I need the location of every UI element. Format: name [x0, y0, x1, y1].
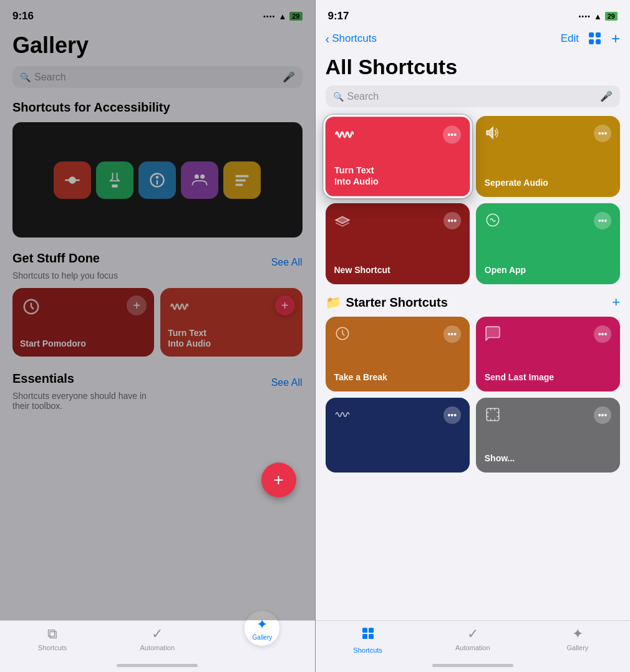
sc3-top: ••• — [334, 406, 461, 426]
banner-icon-3 — [138, 161, 176, 199]
rc2-more-button[interactable]: ••• — [594, 125, 611, 142]
rc4-more-button[interactable]: ••• — [594, 212, 611, 229]
gallery-nav-icon: ✦ — [256, 617, 268, 633]
back-button[interactable]: ‹ Shortcuts — [326, 32, 377, 46]
right-wifi-icon: ▲ — [594, 12, 602, 21]
grid-dot-3 — [589, 39, 594, 44]
sc1-clock-icon — [334, 325, 351, 345]
left-wifi-icon: ▲ — [278, 12, 286, 21]
rc4-title: Open App — [485, 264, 611, 276]
sc2-title: Send Last Image — [485, 372, 611, 383]
rc4-top: ••• — [485, 212, 611, 232]
take-break-card[interactable]: ••• Take a Break — [326, 317, 470, 391]
get-stuff-subtitle: Shortcuts to help you focus — [12, 271, 303, 281]
sc4-title: Show... — [485, 453, 611, 464]
audio-wave-icon — [168, 295, 190, 318]
start-pomodoro-card[interactable]: + Start Pomodoro — [12, 288, 154, 357]
sc1-more-button[interactable]: ••• — [443, 325, 461, 343]
accessibility-section-title: Shortcuts for Accessibility — [12, 100, 303, 115]
essentials-section: Essentials See All Shortcuts everyone sh… — [12, 372, 303, 411]
grid-view-button[interactable] — [589, 32, 601, 45]
shortcuts-grid: + Start Pomodoro + Turn TextInto Audio — [12, 288, 303, 357]
grid-dot-1 — [589, 32, 594, 37]
pomodoro-add-btn[interactable]: + — [127, 295, 147, 315]
essentials-title: Essentials — [12, 372, 74, 386]
banner-icon-4 — [181, 161, 218, 199]
sc2-chat-icon — [485, 325, 501, 345]
back-chevron-icon: ‹ — [326, 32, 330, 46]
svg-rect-20 — [369, 634, 374, 639]
card-top-1: + — [20, 295, 147, 318]
folder-icon: 📁 — [326, 295, 341, 310]
sc4-more-button[interactable]: ••• — [594, 406, 611, 424]
rc2-top: ••• — [485, 125, 611, 145]
rc2-speaker-icon — [485, 125, 501, 145]
automation-nav-label: Automation — [140, 644, 175, 651]
starter-title: Starter Shortcuts — [346, 295, 448, 310]
right-panel: 9:17 •••• ▲ 29 ‹ Shortcuts Edit + All Sh… — [316, 0, 631, 672]
svg-point-5 — [156, 176, 159, 179]
svg-point-8 — [200, 174, 205, 178]
see-all-2[interactable]: See All — [271, 377, 303, 388]
gallery-nav-label: Gallery — [253, 634, 273, 641]
audio-add-btn[interactable]: + — [275, 295, 295, 315]
right-automation-nav-icon: ✓ — [467, 626, 478, 642]
accessibility-banner[interactable] — [12, 122, 303, 238]
turn-text-audio-card-left[interactable]: + Turn TextInto Audio — [160, 288, 302, 357]
banner-icon-1 — [54, 161, 91, 199]
grid-dot-4 — [596, 39, 601, 44]
automation-nav-icon: ✓ — [152, 626, 163, 642]
right-nav-automation[interactable]: ✓ Automation — [420, 626, 525, 651]
right-signal-icon: •••• — [578, 12, 590, 20]
nav-automation[interactable]: ✓ Automation — [105, 626, 210, 651]
sc2-top: ••• — [485, 325, 611, 345]
right-search-input[interactable]: Search — [347, 91, 597, 102]
right-shortcuts-nav-icon — [361, 626, 376, 645]
right-shortcuts-nav-label: Shortcuts — [353, 646, 382, 654]
gallery-title: Gallery — [12, 32, 303, 59]
sc2-more-button[interactable]: ••• — [594, 325, 611, 343]
right-status-icons: •••• ▲ 29 — [578, 12, 618, 21]
separate-audio-card[interactable]: ••• Seperate Audio — [476, 116, 620, 197]
right-search-bar[interactable]: 🔍 Search 🎤 — [326, 85, 621, 107]
shortcuts-nav-icon: ⧉ — [47, 626, 57, 642]
svg-rect-3 — [112, 185, 118, 188]
right-mic-icon[interactable]: 🎤 — [600, 90, 613, 102]
svg-point-0 — [69, 176, 76, 184]
mic-icon[interactable]: 🎤 — [283, 71, 295, 83]
new-shortcut-card[interactable]: ••• New Shortcut — [326, 203, 470, 284]
search-input[interactable]: Search — [34, 72, 279, 83]
nav-shortcuts[interactable]: ⧉ Shortcuts — [0, 626, 105, 651]
add-shortcut-button[interactable]: + — [611, 30, 620, 47]
svg-marker-13 — [487, 127, 493, 138]
svg-rect-9 — [236, 175, 249, 177]
rc3-more-button[interactable]: ••• — [443, 212, 461, 229]
floating-add-button[interactable]: + — [261, 463, 296, 497]
sc3-wave-icon — [334, 406, 351, 426]
starter-add-button[interactable]: + — [612, 294, 620, 310]
right-battery-icon: 29 — [605, 12, 618, 21]
show-card[interactable]: ••• — [326, 398, 470, 473]
left-search-bar[interactable]: 🔍 Search 🎤 — [12, 66, 303, 88]
right-gallery-nav-label: Gallery — [567, 644, 589, 651]
gray-card[interactable]: ••• Show... — [476, 398, 620, 473]
card-top-2: + — [168, 295, 294, 318]
right-home-indicator — [432, 664, 513, 667]
svg-rect-10 — [236, 179, 246, 181]
send-last-image-card[interactable]: ••• Send Last Image — [476, 317, 620, 391]
sc1-top: ••• — [334, 325, 461, 345]
rc1-more-button[interactable]: ••• — [443, 126, 461, 144]
open-app-card[interactable]: ••• Open App — [476, 203, 620, 284]
turn-text-audio-card[interactable]: ••• Turn TextInto Audio — [323, 115, 472, 198]
sc3-more-button[interactable]: ••• — [443, 406, 461, 424]
right-nav-gallery[interactable]: ✦ Gallery — [525, 626, 630, 651]
svg-point-7 — [195, 174, 199, 178]
nav-gallery[interactable]: ✦ Gallery — [210, 626, 314, 646]
right-nav-shortcuts[interactable]: Shortcuts — [316, 626, 420, 654]
search-icon: 🔍 — [20, 72, 31, 82]
see-all-1[interactable]: See All — [271, 257, 303, 268]
left-content: Gallery 🔍 Search 🎤 Shortcuts for Accessi… — [0, 27, 315, 423]
left-panel: 9:16 •••• ▲ 29 Gallery 🔍 Search 🎤 Shortc… — [0, 0, 315, 672]
rc3-top: ••• — [334, 212, 461, 232]
edit-button[interactable]: Edit — [561, 32, 579, 45]
